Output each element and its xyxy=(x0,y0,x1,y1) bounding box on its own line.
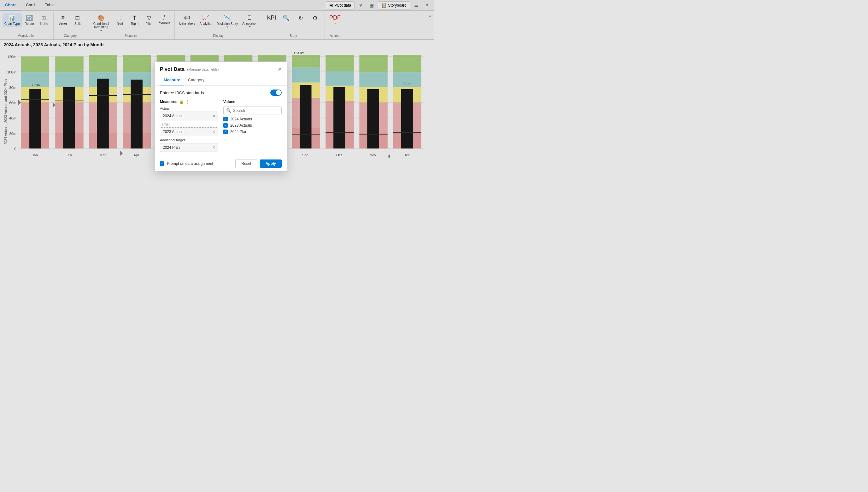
value-label-2024-actuals: 2024 Actuals xyxy=(230,117,252,121)
prompt-label: Prompt on data assignment xyxy=(167,162,213,166)
value-label-2024-plan: 2024 Plan xyxy=(230,129,247,134)
tab-measure[interactable]: Measure xyxy=(160,75,184,85)
actual-remove-button[interactable]: ✕ xyxy=(212,114,215,118)
modal-title: Pivot Data xyxy=(160,67,185,72)
pivot-data-modal: Pivot Data (Manage data fields) ✕ Measur… xyxy=(155,62,287,171)
target-remove-button[interactable]: ✕ xyxy=(212,129,215,134)
reset-button[interactable]: Reset xyxy=(235,159,257,168)
values-search-icon: 🔍 xyxy=(226,108,231,113)
value-checkbox-2024-plan[interactable]: ✓ xyxy=(223,129,228,134)
value-checkbox-2023-actuals[interactable]: ✓ xyxy=(223,123,228,128)
actual-value: 2024 Actuals xyxy=(163,114,185,118)
tab-category[interactable]: Category xyxy=(184,75,209,85)
value-item-2023-actuals[interactable]: ✓ 2023 Actuals xyxy=(223,123,282,128)
more-icon[interactable]: ⋮ xyxy=(186,100,190,104)
prompt-checkbox[interactable]: ✓ xyxy=(160,162,164,166)
actual-field-box: 2024 Actuals ✕ xyxy=(160,112,218,120)
target-field-box: 2023 Actuals ✕ xyxy=(160,127,218,136)
actual-label: Actual xyxy=(160,106,218,110)
additional-target-remove-button[interactable]: ✕ xyxy=(212,145,215,150)
additional-target-label: Additional target xyxy=(160,138,218,142)
additional-target-field-box: 2024 Plan ✕ xyxy=(160,143,218,152)
value-checkbox-2024-actuals[interactable]: ✓ xyxy=(223,117,228,121)
target-value: 2023 Actuals xyxy=(163,129,185,134)
value-label-2023-actuals: 2023 Actuals xyxy=(230,123,252,128)
values-search-box[interactable]: 🔍 xyxy=(223,106,282,115)
enforce-ibcs-label: Enforce IBCS standards xyxy=(160,91,204,95)
values-label: Values xyxy=(223,100,235,104)
lock-icon: 🔒 xyxy=(179,100,184,104)
modal-subtitle: (Manage data fields) xyxy=(187,68,218,71)
apply-button[interactable]: Apply xyxy=(260,159,282,168)
values-search-input[interactable] xyxy=(233,108,279,113)
value-item-2024-actuals[interactable]: ✓ 2024 Actuals xyxy=(223,117,282,121)
enforce-ibcs-toggle[interactable] xyxy=(270,90,282,96)
target-label: Target xyxy=(160,122,218,126)
modal-close-button[interactable]: ✕ xyxy=(278,66,282,72)
additional-target-value: 2024 Plan xyxy=(163,145,180,150)
value-item-2024-plan[interactable]: ✓ 2024 Plan xyxy=(223,129,282,134)
measures-label: Measures xyxy=(160,100,177,104)
